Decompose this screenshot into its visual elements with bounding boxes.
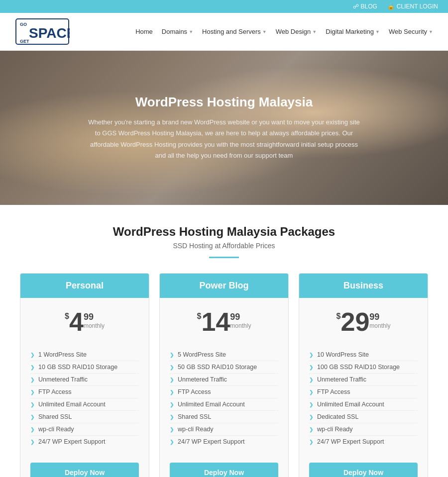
card-business: Business $ 29 99 monthly ❯10 WordPress S… [299,273,428,477]
logo-svg: GO GET SPACE [15,18,70,45]
deploy-personal-button[interactable]: Deploy Now [30,463,139,477]
lock-icon: 🔒 [387,3,395,10]
chevron-right-icon: ❯ [309,377,313,382]
chevron-right-icon: ❯ [170,439,174,445]
chevron-right-icon: ❯ [30,352,34,358]
card-personal-header: Personal [20,274,149,298]
chevron-down-icon: ▼ [189,29,193,34]
packages-title: WordPress Hosting Malaysia Packages [20,225,428,239]
svg-text:SPACE: SPACE [29,25,70,41]
hero-title: WordPress Hosting Malaysia [85,95,363,110]
chevron-right-icon: ❯ [309,427,313,432]
svg-text:GO: GO [20,22,27,27]
card-personal-features: ❯1 WordPress Site ❯10 GB SSD RAID10 Stor… [20,344,149,458]
card-personal: Personal $ 4 99 monthly ❯1 WordPress Sit… [20,273,149,477]
pricing-cards-row: Personal $ 4 99 monthly ❯1 WordPress Sit… [20,273,428,477]
nav-home[interactable]: Home [135,28,153,35]
svg-text:GET: GET [20,39,29,44]
chevron-right-icon: ❯ [170,402,174,407]
list-item: ❯10 GB SSD RAID10 Storage [30,361,139,374]
logo[interactable]: GO GET SPACE [15,18,70,45]
packages-section: WordPress Hosting Malaysia Packages SSD … [0,205,448,477]
chevron-right-icon: ❯ [309,365,313,370]
nav-domains[interactable]: Domains ▼ [162,28,193,35]
list-item: ❯Unmetered Traffic [309,374,418,386]
list-item: ❯5 WordPress Site [170,349,278,361]
client-login-link[interactable]: 🔒 CLIENT LOGIN [387,3,438,10]
list-item: ❯Unlimited Email Account [170,398,278,411]
list-item: ❯50 GB SSD RAID10 Storage [170,361,278,374]
list-item: ❯Shared SSL [170,411,278,423]
header: GO GET SPACE Home Domains ▼ Hosting and … [0,13,448,51]
list-item: ❯100 GB SSD RAID10 Storage [309,361,418,374]
list-item: ❯24/7 WP Expert Support [30,436,139,448]
list-item: ❯Unmetered Traffic [30,374,139,386]
chevron-down-icon: ▼ [429,29,433,34]
list-item: ❯Unmetered Traffic [170,374,278,386]
chevron-right-icon: ❯ [30,414,34,420]
hero-content: WordPress Hosting Malaysia Whether you'r… [75,95,373,161]
deploy-powerblog-button[interactable]: Deploy Now [170,463,278,477]
card-business-features: ❯10 WordPress Site ❯100 GB SSD RAID10 St… [299,344,428,458]
chevron-right-icon: ❯ [30,389,34,395]
chevron-right-icon: ❯ [309,439,313,445]
top-bar: ☍ BLOG 🔒 CLIENT LOGIN [0,0,448,13]
card-business-header: Business [299,274,428,298]
chevron-right-icon: ❯ [170,352,174,358]
blog-link[interactable]: ☍ BLOG [353,3,377,10]
list-item: ❯wp-cli Ready [30,423,139,436]
card-business-price: $ 29 99 monthly [299,298,428,344]
chevron-right-icon: ❯ [309,352,313,358]
list-item: ❯Unlimited Email Account [30,398,139,411]
chevron-right-icon: ❯ [170,365,174,370]
list-item: ❯Unlimited Email Account [309,398,418,411]
list-item: ❯wp-cli Ready [309,423,418,436]
packages-subtitle: SSD Hosting at Affordable Prices [20,242,428,250]
chevron-down-icon: ▼ [312,29,317,34]
blog-icon: ☍ [353,3,359,10]
card-powerblog-price: $ 14 99 monthly [160,298,288,344]
list-item: ❯FTP Access [30,386,139,398]
chevron-right-icon: ❯ [170,377,174,382]
list-item: ❯FTP Access [170,386,278,398]
nav-security[interactable]: Web Security ▼ [389,28,433,35]
section-divider [209,257,239,258]
chevron-right-icon: ❯ [30,402,34,407]
hero-section: WordPress Hosting Malaysia Whether you'r… [0,51,448,205]
card-powerblog-features: ❯5 WordPress Site ❯50 GB SSD RAID10 Stor… [160,344,288,458]
chevron-right-icon: ❯ [30,377,34,382]
chevron-right-icon: ❯ [170,389,174,395]
chevron-right-icon: ❯ [309,402,313,407]
card-powerblog-footer: Deploy Now [160,458,288,477]
chevron-right-icon: ❯ [30,365,34,370]
nav-marketing[interactable]: Digital Marketing ▼ [326,28,380,35]
main-nav: Home Domains ▼ Hosting and Servers ▼ Web… [135,28,433,35]
list-item: ❯24/7 WP Expert Support [309,436,418,448]
blog-label: BLOG [361,3,377,10]
chevron-right-icon: ❯ [170,427,174,432]
card-powerblog-header: Power Blog [160,274,288,298]
nav-webdesign[interactable]: Web Design ▼ [276,28,317,35]
card-personal-price: $ 4 99 monthly [20,298,149,344]
list-item: ❯FTP Access [309,386,418,398]
chevron-down-icon: ▼ [262,29,267,34]
list-item: ❯Shared SSL [30,411,139,423]
chevron-right-icon: ❯ [30,439,34,445]
list-item: ❯10 WordPress Site [309,349,418,361]
chevron-down-icon: ▼ [375,29,380,34]
list-item: ❯wp-cli Ready [170,423,278,436]
list-item: ❯Dedicated SSL [309,411,418,423]
card-powerblog: Power Blog $ 14 99 monthly ❯5 WordPress … [159,273,289,477]
client-login-label: CLIENT LOGIN [397,3,438,10]
deploy-business-button[interactable]: Deploy Now [309,463,418,477]
hero-description: Whether you're starting a brand new Word… [85,117,363,161]
chevron-right-icon: ❯ [30,427,34,432]
list-item: ❯24/7 WP Expert Support [170,436,278,448]
card-business-footer: Deploy Now [299,458,428,477]
chevron-right-icon: ❯ [309,414,313,420]
chevron-right-icon: ❯ [309,389,313,395]
list-item: ❯1 WordPress Site [30,349,139,361]
card-personal-footer: Deploy Now [20,458,149,477]
chevron-right-icon: ❯ [170,414,174,420]
nav-hosting[interactable]: Hosting and Servers ▼ [202,28,267,35]
